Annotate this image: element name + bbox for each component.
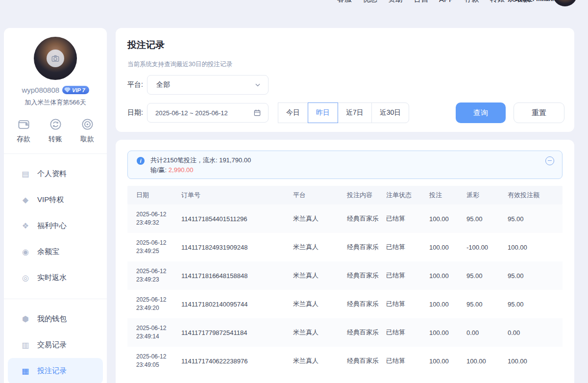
collapse-icon[interactable] [545, 156, 554, 165]
divider [4, 153, 107, 154]
cell-order-number: 1141171740622238976 [176, 357, 293, 365]
page-subtitle: 当前系统支持查询最近30日的投注记录 [127, 60, 563, 69]
cell-bet-content: 经典百家乐 [347, 271, 386, 280]
sidebar-menu-item[interactable]: ◎ 实时返水 [8, 265, 103, 291]
menu-item-icon: ◎ [21, 273, 30, 282]
cell-date: 2025-06-12 23:49:20 [127, 296, 176, 312]
cell-date: 2025-06-12 23:49:23 [127, 267, 176, 284]
vip-badge: VIP 7 [62, 86, 89, 94]
quick-range-button[interactable]: 近7日 [338, 102, 372, 123]
table-header-row: 日期 订单号 平台 投注内容 注单状态 投注 派彩 有效投注额 [127, 186, 563, 204]
withdraw-label: 取款 [80, 135, 94, 144]
vip-level-label: VIP 7 [72, 87, 85, 93]
menu-item-label: 个人资料 [37, 169, 67, 179]
top-nav-item[interactable]: 存款 [465, 0, 479, 4]
top-nav-item[interactable]: 赞助 [388, 0, 403, 4]
cell-platform: 米兰真人 [293, 357, 347, 365]
withdraw-action[interactable]: 取款 [80, 118, 94, 144]
username: wyp080808 [22, 86, 59, 94]
sidebar-menu-item[interactable]: ▤ 个人资料 [8, 161, 103, 187]
col-header-content: 投注内容 [347, 191, 386, 200]
cell-date: 2025-06-12 23:49:32 [127, 210, 176, 227]
cell-platform: 米兰真人 [293, 214, 347, 223]
joined-days-text: 加入米兰体育第566天 [4, 98, 107, 107]
filter-panel: 投注记录 当前系统支持查询最近30日的投注记录 平台: 全部 日期: 2025-… [116, 28, 574, 132]
menu-item-icon: ◆ [21, 195, 30, 204]
transfer-action[interactable]: 转账 [49, 118, 62, 144]
summary-line-1: 共计2150笔投注，流水: 191,790.00 [150, 155, 540, 165]
menu-item-icon: ⬢ [21, 314, 30, 324]
table-row[interactable]: 2025-06-12 23:49:05 1141171740622238976 … [127, 347, 563, 375]
table-row[interactable]: 2025-06-12 23:49:20 1141171802140095744 … [127, 290, 563, 318]
avatar[interactable] [34, 37, 77, 80]
table-row[interactable]: 2025-06-12 23:49:25 1141171824931909248 … [127, 233, 563, 261]
sidebar-menu-item[interactable]: ❖ 福利中心 [8, 213, 103, 239]
date-range-value: 2025-06-12 ~ 2025-06-12 [155, 109, 228, 117]
table-row[interactable]: 2025-06-12 23:49:32 1141171854401511296 … [127, 204, 563, 233]
cell-order-number: 1141171779872541184 [176, 329, 293, 336]
search-button[interactable]: 查询 [456, 102, 506, 123]
summary-line2-prefix: 输/赢: [150, 166, 169, 174]
sidebar-menu-item[interactable]: ⬢ 我的钱包 [8, 306, 103, 332]
reset-button[interactable]: 重置 [514, 102, 564, 123]
cell-bet-amount: 100.00 [429, 329, 466, 336]
menu-item-label: 余额宝 [37, 247, 59, 256]
quick-range-button[interactable]: 今日 [278, 102, 308, 123]
sidebar-menu-item[interactable]: ◉ 余额宝 [8, 239, 103, 265]
cell-bet-amount: 100.00 [429, 272, 466, 280]
top-nav-item[interactable]: APP [439, 0, 454, 3]
date-range-input[interactable]: 2025-06-12 ~ 2025-06-12 [147, 103, 269, 123]
col-header-valid-bet: 有效投注额 [508, 191, 563, 200]
table-body: 2025-06-12 23:49:32 1141171854401511296 … [127, 204, 563, 375]
win-loss-value: 2,990.00 [169, 166, 194, 174]
top-nav-item[interactable]: 客服 [337, 0, 352, 4]
cell-order-number: 1141171816648158848 [176, 272, 293, 280]
sidebar-menu-group-1: ▤ 个人资料 ◆ VIP特权 ❖ 福利中心 ◉ 余额宝 ◎ 实时返水 [4, 158, 107, 294]
cell-status: 已结算 [386, 328, 429, 337]
cell-platform: 米兰真人 [293, 271, 347, 280]
top-nav-items: 客服优惠赞助合营APP存款转账取款 [337, 0, 530, 7]
quick-range-button[interactable]: 近30日 [371, 102, 410, 123]
col-header-status: 注单状态 [386, 191, 429, 200]
table-row[interactable]: 2025-06-12 23:49:14 1141171779872541184 … [127, 318, 563, 347]
top-nav-item[interactable]: 优惠 [363, 0, 377, 4]
cell-platform: 米兰真人 [293, 243, 347, 252]
sidebar-menu-item[interactable]: ▥ 交易记录 [8, 332, 103, 358]
cell-status: 已结算 [386, 357, 429, 365]
cell-valid-bet: 0.00 [508, 329, 563, 336]
col-header-date: 日期 [127, 191, 176, 200]
records-panel: i 共计2150笔投注，流水: 191,790.00 输/赢: 2,990.00… [116, 140, 574, 383]
quick-range-button[interactable]: 昨日 [308, 102, 338, 123]
menu-item-label: 交易记录 [37, 340, 67, 350]
menu-item-label: 实时返水 [37, 273, 67, 282]
cell-bet-amount: 100.00 [429, 357, 466, 365]
summary-line-2: 输/赢: 2,990.00 [150, 165, 540, 175]
cell-payout: 95.00 [466, 301, 508, 308]
cell-bet-amount: 100.00 [429, 215, 466, 223]
divider [4, 299, 107, 299]
top-nav-item[interactable]: 合营 [414, 0, 428, 4]
cell-valid-bet: 95.00 [508, 272, 563, 280]
date-label: 日期: [127, 108, 147, 117]
deposit-action[interactable]: 存款 [17, 118, 30, 144]
menu-item-icon: ▤ [21, 169, 30, 179]
cell-valid-bet: 95.00 [508, 215, 563, 223]
cell-bet-content: 经典百家乐 [347, 300, 386, 308]
cell-payout: 0.00 [466, 329, 508, 336]
cell-date: 2025-06-12 23:49:14 [127, 324, 176, 341]
cell-bet-amount: 100.00 [429, 244, 466, 251]
summary-alert: i 共计2150笔投注，流水: 191,790.00 输/赢: 2,990.00 [127, 151, 563, 179]
menu-item-icon: ❖ [21, 221, 30, 230]
menu-item-label: 投注记录 [37, 366, 67, 376]
sidebar-menu-item[interactable]: ◆ VIP特权 [8, 187, 103, 213]
summary-line1-prefix: 共计2150笔投注，流水: [150, 156, 219, 164]
camera-icon[interactable] [47, 50, 64, 67]
sidebar-menu-item[interactable]: ▦ 投注记录 [8, 358, 103, 383]
col-header-order: 订单号 [176, 191, 293, 200]
cell-bet-content: 经典百家乐 [347, 243, 386, 252]
withdraw-icon [81, 118, 94, 131]
cell-payout: -100.00 [466, 244, 508, 251]
top-nav-item[interactable]: 转账 [490, 0, 505, 4]
platform-select[interactable]: 全部 [147, 75, 269, 95]
table-row[interactable]: 2025-06-12 23:49:23 1141171816648158848 … [127, 261, 563, 290]
